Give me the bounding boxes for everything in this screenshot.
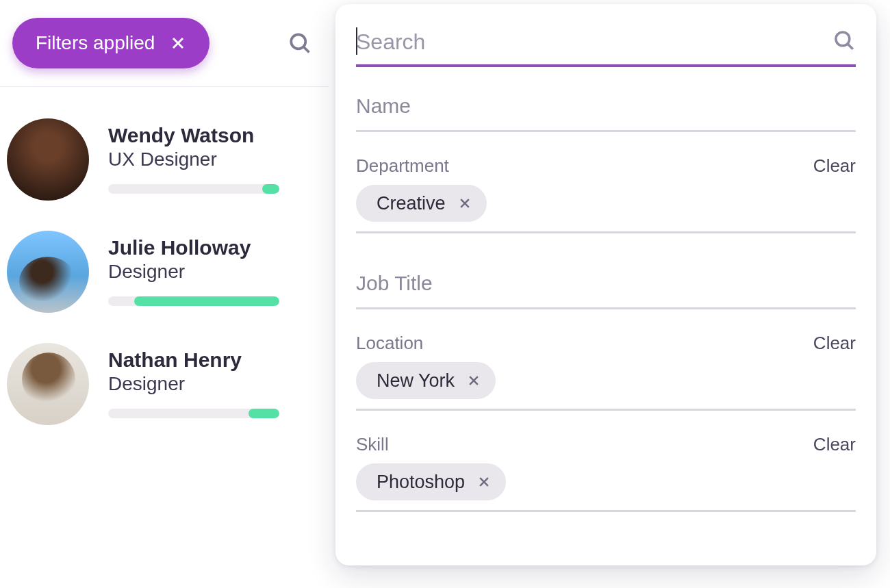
department-chip-row: Creative [356,185,856,222]
person-row[interactable]: Nathan Henry Designer [7,328,322,440]
avatar [7,231,89,313]
skill-chip-row: Photoshop [356,463,856,500]
search-icon[interactable] [832,29,856,55]
department-field: Department Clear Creative [356,155,856,233]
chip-label: Photoshop [377,472,465,493]
svg-point-1 [836,32,850,46]
progress-fill [262,184,279,194]
sidebar-header: Filters applied [0,0,329,87]
search-input[interactable] [356,29,824,55]
app: Filters applied Wendy Watson UX Designer [0,0,890,588]
close-icon[interactable] [467,374,481,387]
department-field-label: Department [356,155,449,177]
job-title-field-label: Job Title [356,272,856,295]
text-caret [356,27,357,55]
skill-field-label: Skill [356,434,389,455]
avatar [7,118,89,201]
person-info: Julie Holloway Designer [108,231,322,306]
close-icon[interactable] [477,475,491,489]
person-title: Designer [108,261,322,283]
skill-clear-button[interactable]: Clear [813,434,856,455]
location-clear-button[interactable]: Clear [813,333,856,354]
location-chip-row: New York [356,362,856,399]
field-underline [356,130,856,132]
person-title: UX Designer [108,149,322,170]
skill-field: Skill Clear Photoshop [356,434,856,512]
department-chip[interactable]: Creative [356,185,487,222]
name-field-label: Name [356,94,856,118]
skill-chip[interactable]: Photoshop [356,463,506,500]
chip-label: New York [377,370,455,392]
person-info: Wendy Watson UX Designer [108,118,322,194]
sidebar: Filters applied Wendy Watson UX Designer [0,0,329,588]
filters-applied-chip[interactable]: Filters applied [12,18,209,68]
search-filter-panel: Name Department Clear Creative [335,4,876,565]
progress-bar [108,296,279,306]
field-underline [356,510,856,512]
people-list: Wendy Watson UX Designer Julie Holloway … [0,87,329,440]
progress-fill [134,296,280,306]
location-field-label: Location [356,333,423,354]
field-underline [356,231,856,233]
filters-chip-label: Filters applied [36,32,155,54]
panel-search[interactable] [356,19,856,67]
sidebar-search-button[interactable] [285,28,315,58]
filter-fields: Name Department Clear Creative [356,94,856,512]
location-chip[interactable]: New York [356,362,496,399]
field-underline [356,307,856,309]
person-name: Wendy Watson [108,124,322,147]
progress-bar [108,409,279,418]
department-clear-button[interactable]: Clear [813,155,856,177]
close-icon[interactable] [458,196,472,210]
person-title: Designer [108,373,322,395]
progress-bar [108,184,279,194]
svg-point-0 [291,34,305,49]
person-name: Nathan Henry [108,348,322,372]
progress-fill [249,409,279,418]
name-field[interactable]: Name [356,94,856,132]
location-field: Location Clear New York [356,333,856,411]
field-underline [356,409,856,411]
person-name: Julie Holloway [108,236,322,259]
chip-label: Creative [377,193,446,214]
avatar [7,343,89,425]
person-row[interactable]: Julie Holloway Designer [7,216,322,328]
close-icon[interactable] [170,35,186,51]
job-title-field[interactable]: Job Title [356,272,856,309]
person-row[interactable]: Wendy Watson UX Designer [7,103,322,216]
person-info: Nathan Henry Designer [108,343,322,418]
